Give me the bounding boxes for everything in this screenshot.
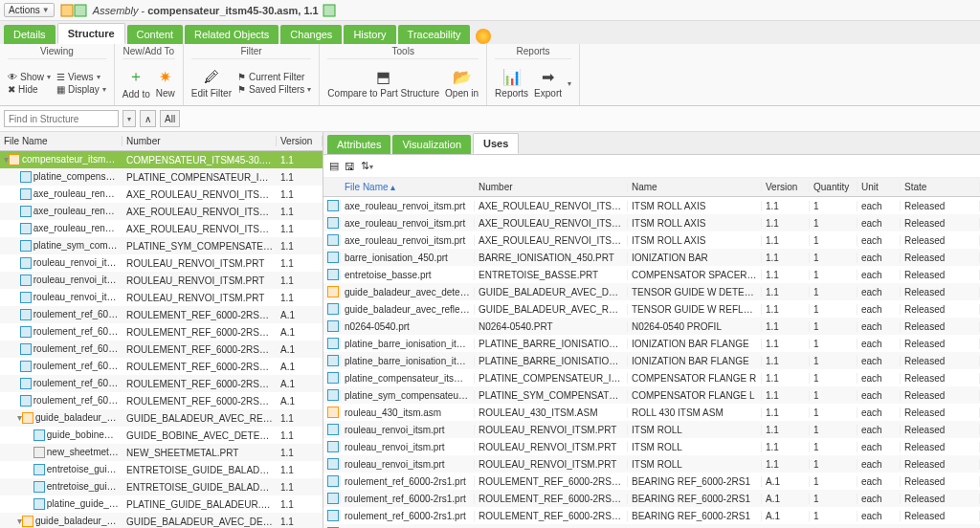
current-filter-button[interactable]: ⚑ Current Filter	[237, 72, 311, 82]
open-in-button[interactable]: 📂Open in	[445, 68, 479, 99]
col-filename[interactable]: File Name	[0, 136, 122, 146]
hide-button[interactable]: ✖ Hide	[8, 84, 51, 95]
display-button[interactable]: ▦ Display ▾	[56, 84, 106, 95]
grid-row[interactable]: platine_compensateur_itsm55.prtPLATINE_C…	[323, 369, 980, 386]
grid-row[interactable]: n0264-0540.prtN0264-0540.PRTN0264-0540 P…	[323, 318, 980, 335]
tab-related-objects[interactable]: Related Objects	[185, 25, 278, 44]
col-number[interactable]: Number	[122, 136, 277, 146]
tree-row[interactable]: platine_sym_compensateuPLATINE_SYM_COMPE…	[0, 237, 323, 254]
tool-icon-2[interactable]: 🖫	[345, 161, 355, 172]
rtab-visualization[interactable]: Visualization	[392, 135, 471, 154]
window-title: Assembly - compensateur_itsm45-30.asm, 1…	[93, 5, 319, 16]
file-icon	[327, 510, 339, 521]
gcol-name[interactable]: Name	[628, 182, 762, 192]
grid-row[interactable]: rouleau_renvoi_itsm.prtROULEAU_RENVOI_IT…	[323, 438, 980, 455]
grid-row[interactable]: rouleau_renvoi_itsm.prtROULEAU_RENVOI_IT…	[323, 455, 980, 473]
reports-button[interactable]: 📊Reports	[495, 68, 528, 99]
file-icon	[20, 171, 32, 183]
gcol-qty[interactable]: Quantity	[810, 182, 858, 192]
grid-row[interactable]: axe_rouleau_renvoi_itsm.prtAXE_ROULEAU_R…	[323, 214, 980, 231]
export-button[interactable]: ➡Export	[534, 68, 562, 99]
gcol-filename[interactable]: File Name ▴	[341, 182, 475, 192]
tree-row[interactable]: ▾guide_baladeur_avec_detGUIDE_BALADEUR_A…	[0, 513, 323, 528]
ribbon-more-icon[interactable]: ▾	[568, 79, 571, 88]
gcol-unit[interactable]: Unit	[858, 182, 901, 192]
grid-row[interactable]: roulement_ref_6000-2rs1.prtROULEMENT_REF…	[323, 490, 980, 507]
edit-filter-button[interactable]: 🖉Edit Filter	[191, 69, 232, 99]
compare-button[interactable]: ⬒Compare to Part Structure	[327, 68, 439, 99]
group-filter: Filter 🖉Edit Filter ⚑ Current Filter ⚑ S…	[184, 44, 321, 105]
gcol-number[interactable]: Number	[475, 182, 628, 192]
grid-row[interactable]: roulement_ref_6000-2rs1.prtROULEMENT_REF…	[323, 507, 980, 524]
tree-row[interactable]: roulement_ref_6000-2rs1ROULEMENT_REF_600…	[0, 392, 323, 409]
tree-row[interactable]: new_sheetmetal.prtNEW_SHEETMETAL.PRT1.1	[0, 444, 323, 461]
tree-row[interactable]: rouleau_renvoi_itsm.prtROULEAU_RENVOI_IT…	[0, 289, 323, 306]
tab-details[interactable]: Details	[4, 25, 56, 44]
tree-row[interactable]: rouleau_renvoi_itsm.prtROULEAU_RENVOI_IT…	[0, 254, 323, 272]
gcol-version[interactable]: Version	[762, 182, 810, 192]
right-tabs: AttributesVisualizationUses	[323, 132, 980, 155]
col-version[interactable]: Version	[277, 136, 323, 146]
tree-row[interactable]: ▾guide_baladeur_avec_reflGUIDE_BALADEUR_…	[0, 409, 323, 427]
tree-row[interactable]: guide_bobine_avec_dGUIDE_BOBINE_AVEC_DET…	[0, 427, 323, 444]
tab-traceability[interactable]: Traceability	[398, 25, 471, 44]
tree-row[interactable]: axe_rouleau_renvoi_itsm.AXE_ROULEAU_RENV…	[0, 220, 323, 237]
grid-row[interactable]: platine_barre_ionisation_itsm55.prtPLATI…	[323, 335, 980, 352]
tab-content[interactable]: Content	[127, 25, 184, 44]
find-dropdown[interactable]: ▾	[122, 110, 136, 127]
file-icon	[327, 217, 339, 229]
addto-button[interactable]: ＋Add to	[122, 67, 150, 99]
grid-row[interactable]: platine_barre_ionisation_itsm55.prtPLATI…	[323, 352, 980, 369]
group-newadd: New/Add To ＋Add to ✷New	[115, 44, 184, 105]
tree-row[interactable]: ▾compensateur_itsm45-30.asnCOMPENSATEUR_…	[0, 151, 323, 168]
gcol-state[interactable]: State	[901, 182, 980, 192]
tree-row[interactable]: roulement_ref_6000-2rs1ROULEMENT_REF_600…	[0, 358, 323, 375]
grid-row[interactable]: axe_rouleau_renvoi_itsm.prtAXE_ROULEAU_R…	[323, 231, 980, 249]
grid-row[interactable]: entretoise_basse.prtENTRETOISE_BASSE.PRT…	[323, 266, 980, 283]
actions-menu[interactable]: Actions▼	[4, 3, 55, 17]
tool-icon-1[interactable]: ▤	[329, 160, 339, 172]
tree-row[interactable]: roulement_ref_6000-2rs1ROULEMENT_REF_600…	[0, 375, 323, 392]
file-icon	[327, 372, 339, 384]
rtab-uses[interactable]: Uses	[473, 133, 519, 154]
tree-row[interactable]: roulement_ref_6000-2rs1ROULEMENT_REF_600…	[0, 306, 323, 323]
tree-row[interactable]: entretoise_guide_balaENTRETOISE_GUIDE_BA…	[0, 461, 323, 478]
file-icon	[327, 475, 339, 487]
show-button[interactable]: 👁 Show ▾	[8, 72, 51, 82]
find-next[interactable]: ∧	[140, 110, 156, 127]
tree-row[interactable]: roulement_ref_6000-2rs1ROULEMENT_REF_600…	[0, 341, 323, 358]
grid-row[interactable]: rouleau_430_itsm.asmROULEAU_430_ITSM.ASM…	[323, 404, 980, 421]
tree-row[interactable]: entretoise_guide_balaENTRETOISE_GUIDE_BA…	[0, 478, 323, 495]
grid-row[interactable]: rouleau_renvoi_itsm.prtROULEAU_RENVOI_IT…	[323, 421, 980, 438]
tree-row[interactable]: platine_compensateur_itsPLATINE_COMPENSA…	[0, 168, 323, 186]
grid-row[interactable]: roulement_ref_6000-2rs1.prtROULEMENT_REF…	[323, 524, 980, 528]
views-button[interactable]: ☰ Views ▾	[56, 72, 106, 82]
new-button[interactable]: ✷New	[156, 68, 175, 99]
tree-row[interactable]: platine_guide_baladeuPLATINE_GUIDE_BALAD…	[0, 495, 323, 513]
file-icon	[20, 188, 32, 200]
file-icon	[33, 464, 45, 475]
tree-row[interactable]: axe_rouleau_renvoi_itsm.AXE_ROULEAU_RENV…	[0, 186, 323, 203]
find-all[interactable]: All	[160, 110, 180, 127]
help-icon[interactable]	[476, 29, 491, 44]
saved-filters-button[interactable]: ⚑ Saved Filters ▾	[237, 84, 311, 95]
grid-row[interactable]: guide_baladeur_avec_detect.asmGUIDE_BALA…	[323, 283, 980, 300]
group-tools: Tools ⬒Compare to Part Structure 📂Open i…	[320, 44, 487, 105]
grid-row[interactable]: platine_sym_compensateur_its...PLATINE_S…	[323, 386, 980, 404]
tool-icon-3[interactable]: ⇅▾	[361, 160, 373, 172]
find-input[interactable]	[4, 110, 119, 127]
tree-row[interactable]: roulement_ref_6000-2rs1ROULEMENT_REF_600…	[0, 323, 323, 341]
tree-row[interactable]: rouleau_renvoi_itsm.prtROULEAU_RENVOI_IT…	[0, 272, 323, 289]
grid-row[interactable]: guide_baladeur_avec_reflecteur...GUIDE_B…	[323, 300, 980, 318]
tab-changes[interactable]: Changes	[280, 25, 342, 44]
file-icon	[20, 326, 32, 338]
tree-row[interactable]: axe_rouleau_renvoi_itsm.AXE_ROULEAU_RENV…	[0, 203, 323, 220]
tab-history[interactable]: History	[344, 25, 395, 44]
uses-grid: File Name ▴ Number Name Version Quantity…	[323, 178, 980, 528]
grid-row[interactable]: roulement_ref_6000-2rs1.prtROULEMENT_REF…	[323, 473, 980, 490]
file-icon	[20, 309, 32, 320]
grid-row[interactable]: barre_ionisation_450.prtBARRE_IONISATION…	[323, 249, 980, 266]
tab-structure[interactable]: Structure	[57, 23, 125, 44]
rtab-attributes[interactable]: Attributes	[327, 135, 390, 154]
grid-row[interactable]: axe_rouleau_renvoi_itsm.prtAXE_ROULEAU_R…	[323, 197, 980, 214]
